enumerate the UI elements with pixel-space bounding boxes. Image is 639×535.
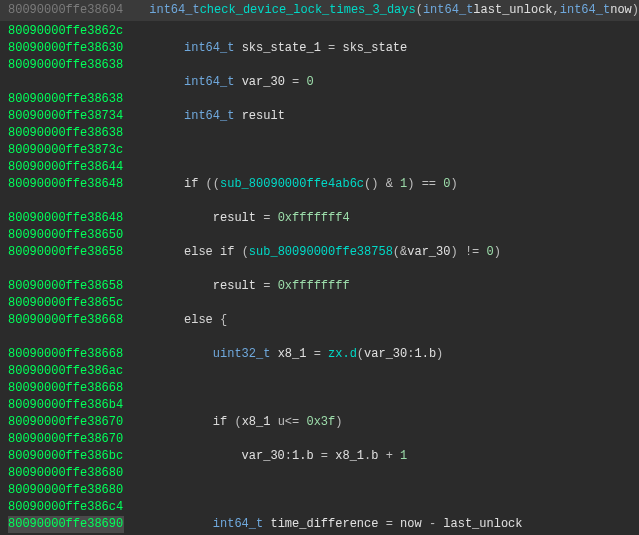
addr-line[interactable]: 80090000ffe38638 (8, 125, 124, 142)
code-line[interactable] (124, 380, 639, 397)
addr-line[interactable]: 80090000ffe38680 (8, 482, 124, 499)
addr-line[interactable]: 80090000ffe38690 (8, 516, 124, 533)
code-line[interactable]: result = 0xffffffff (124, 278, 639, 295)
addr-line[interactable]: 80090000ffe38648 (8, 210, 124, 227)
addr-line[interactable]: 80090000ffe38650 (8, 227, 124, 244)
code-line[interactable]: if (x8_1 u<= 0x3f) (124, 414, 639, 431)
param-last-unlock[interactable]: last_unlock (473, 2, 552, 19)
addr-line[interactable]: 80090000ffe386ac (8, 363, 124, 380)
addr-line[interactable]: 80090000ffe38638 (8, 91, 124, 108)
return-type: int64_t (149, 2, 199, 19)
code-line[interactable]: int64_t time_difference = now - last_unl… (124, 516, 639, 533)
code-line[interactable]: uint32_t x8_1 = zx.d(var_30:1.b) (124, 346, 639, 363)
addr-line[interactable]: 80090000ffe386bc (8, 448, 124, 465)
addr-line[interactable]: 80090000ffe38658 (8, 244, 124, 261)
addr-line[interactable] (8, 261, 124, 278)
addr-line[interactable]: 80090000ffe386c4 (8, 499, 124, 516)
addr-line[interactable] (8, 329, 124, 346)
code-line[interactable]: result = 0xfffffff4 (124, 210, 639, 227)
addr-line[interactable]: 80090000ffe38670 (8, 414, 124, 431)
addr-line[interactable]: 80090000ffe386b4 (8, 397, 124, 414)
addr-line[interactable]: 80090000ffe38668 (8, 346, 124, 363)
addr-line[interactable] (8, 193, 124, 210)
code-line[interactable]: int64_t sks_state_1 = sks_state (124, 40, 639, 57)
header-address: 80090000ffe38604 (8, 2, 123, 19)
code-line[interactable] (124, 142, 639, 159)
addr-line[interactable]: 80090000ffe38680 (8, 465, 124, 482)
addr-line[interactable]: 80090000ffe3862c (8, 23, 124, 40)
addr-line[interactable]: 80090000ffe38670 (8, 431, 124, 448)
function-header: 80090000ffe38604 int64_t check_device_lo… (0, 0, 639, 21)
addr-line[interactable]: 80090000ffe38638 (8, 57, 124, 74)
addr-line[interactable]: 80090000ffe3865c (8, 295, 124, 312)
param-now[interactable]: now (610, 2, 632, 19)
addr-line[interactable]: 80090000ffe38658 (8, 278, 124, 295)
code-line[interactable] (124, 482, 639, 499)
code-line[interactable]: else if (sub_80090000ffe38758(&var_30) !… (124, 244, 639, 261)
addr-line[interactable]: 80090000ffe38644 (8, 159, 124, 176)
addr-line[interactable]: 80090000ffe3873c (8, 142, 124, 159)
code-panel[interactable]: int64_t sks_state_1 = sks_state int64_t … (124, 21, 639, 535)
addr-line[interactable]: 80090000ffe38668 (8, 380, 124, 397)
code-line[interactable]: int64_t var_30 = 0 (124, 74, 639, 91)
addr-line[interactable] (8, 74, 124, 91)
function-name[interactable]: check_device_lock_times_3_days (200, 2, 416, 19)
addr-line[interactable]: 80090000ffe38668 (8, 312, 124, 329)
addr-line[interactable]: 80090000ffe38734 (8, 108, 124, 125)
addr-line[interactable]: 80090000ffe38630 (8, 40, 124, 57)
code-line[interactable]: var_30:1.b = x8_1.b + 1 (124, 448, 639, 465)
address-gutter: 80090000ffe3862c 80090000ffe38630 800900… (0, 21, 124, 535)
code-line[interactable]: int64_t result (124, 108, 639, 125)
code-line[interactable]: else { (124, 312, 639, 329)
code-body: 80090000ffe3862c 80090000ffe38630 800900… (0, 21, 639, 535)
code-line[interactable]: if ((sub_80090000ffe4ab6c() & 1) == 0) (124, 176, 639, 193)
addr-line[interactable]: 80090000ffe38648 (8, 176, 124, 193)
